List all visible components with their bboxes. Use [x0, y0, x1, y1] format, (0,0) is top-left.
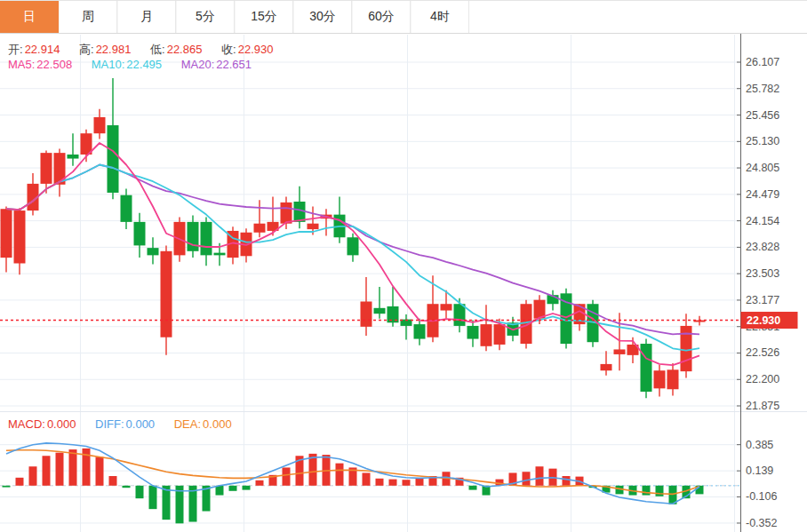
macd-bar — [229, 486, 237, 491]
macd-bar — [363, 472, 371, 485]
candle-body — [121, 195, 132, 222]
candle-body — [601, 364, 612, 370]
ma20-value: 22.651 — [216, 58, 252, 71]
candle-body — [441, 304, 452, 310]
macd-bar — [469, 486, 477, 490]
axis-tick-label: 0.385 — [746, 439, 773, 451]
axis-tick-label: 23.177 — [746, 294, 779, 306]
macd-bar — [283, 467, 291, 485]
axis-tick-label: 21.875 — [746, 400, 779, 412]
open-label: 开: — [8, 43, 23, 56]
price-axis: 26.10725.78225.45625.13024.80524.47924.1… — [737, 34, 779, 532]
axis-tick-label: 23.503 — [746, 267, 779, 280]
macd-bar — [389, 480, 397, 486]
axis-tick-label: 22.526 — [746, 346, 779, 359]
close-value: 22.930 — [238, 43, 274, 56]
candle-body — [148, 248, 159, 255]
macd-bar — [109, 476, 117, 486]
candle-body — [667, 369, 679, 389]
candle-body — [68, 155, 79, 159]
macd-bar — [96, 457, 104, 485]
macd-bar — [16, 478, 24, 486]
macd-bar — [336, 464, 344, 486]
low-value: 22.865 — [167, 43, 203, 56]
axis-tick-label: -0.106 — [746, 490, 777, 503]
current-price-badge: 22.930 — [741, 312, 798, 329]
candle-body — [281, 202, 292, 224]
axis-tick-label: -0.352 — [746, 517, 777, 529]
axis-tick-label: 22.200 — [746, 373, 779, 385]
macd-bar — [123, 486, 131, 488]
close-label: 收: — [221, 43, 236, 56]
candle-body — [161, 251, 172, 337]
candle-body — [374, 308, 386, 314]
kline-chart-canvas[interactable]: 26.10725.78225.45625.13024.80524.47924.1… — [0, 0, 807, 532]
ma-readout: MA5:22.508 MA10:22.495 MA20:22.651 — [8, 58, 253, 71]
macd-bar — [3, 486, 11, 488]
axis-tick-label: 0.139 — [746, 465, 773, 477]
current-price-value: 22.930 — [747, 314, 780, 327]
axis-tick-label: 25.130 — [746, 135, 779, 147]
axis-tick-label: 26.107 — [746, 56, 779, 68]
dea-label: DEA: — [174, 417, 201, 431]
macd-bar — [656, 486, 664, 496]
macd-bar — [29, 466, 37, 486]
trading-chart-app: 日周月5分15分30分60分4时 26.10725.78225.45625.13… — [0, 0, 807, 532]
axis-tick-label: 24.479 — [746, 188, 779, 201]
candle-body — [454, 304, 466, 326]
macd-bar — [43, 456, 51, 486]
axis-tick-label: 23.828 — [746, 241, 779, 253]
macd-readout: MACD:0.000 DIFF:0.000 DEA:0.000 — [8, 417, 234, 431]
ma10-label: MA10: — [92, 58, 125, 71]
macd-bar — [563, 476, 571, 486]
macd-bar — [136, 486, 144, 498]
candle-body — [348, 237, 359, 255]
axis-tick-label: 24.154 — [746, 215, 779, 227]
macd-value: 0.000 — [47, 417, 76, 431]
open-value: 22.914 — [25, 43, 60, 56]
candle-body — [494, 324, 506, 345]
candle-body — [14, 210, 26, 263]
macd-bar — [643, 486, 651, 496]
axis-tick-label: 24.805 — [746, 162, 779, 174]
candle-body — [201, 222, 212, 255]
ma20-label: MA20: — [181, 58, 215, 71]
ohlc-readout: 开:22.914 高:22.981 低:22.865 收:22.930 — [8, 42, 275, 58]
candle-body — [108, 125, 119, 193]
ma5-label: MA5: — [8, 58, 35, 71]
candle-body — [308, 224, 319, 229]
high-value: 22.981 — [96, 43, 132, 56]
macd-bar — [149, 486, 157, 509]
candles-layer — [1, 78, 706, 398]
ma5-value: 22.508 — [36, 58, 72, 71]
macd-bar — [216, 486, 224, 496]
macd-bar — [56, 453, 64, 486]
macd-bar — [69, 449, 77, 486]
candle-body — [467, 326, 479, 339]
axis-tick-label: 25.782 — [746, 83, 779, 95]
candle-body — [41, 153, 52, 184]
candle-body — [254, 224, 266, 233]
macd-bar — [403, 480, 411, 486]
macd-label: MACD: — [8, 417, 45, 431]
diff-value: 0.000 — [126, 417, 156, 431]
candle-body — [188, 222, 199, 251]
macd-bar — [376, 479, 384, 486]
candle-body — [361, 301, 372, 326]
candle-body — [654, 370, 666, 388]
high-label: 高: — [79, 43, 94, 56]
axis-tick-label: 25.456 — [746, 109, 779, 122]
candle-body — [614, 349, 626, 353]
dea-value: 0.000 — [203, 417, 232, 431]
candle-body — [214, 253, 226, 256]
macd-bar — [416, 479, 424, 486]
macd-bar — [243, 486, 251, 490]
candle-body — [94, 117, 106, 133]
ma10-value: 22.495 — [126, 58, 162, 71]
macd-bar — [523, 472, 531, 486]
macd-bar — [536, 466, 544, 486]
candle-body — [481, 324, 492, 346]
candle-body — [414, 324, 426, 338]
low-label: 低: — [150, 43, 165, 56]
diff-label: DIFF: — [95, 417, 124, 431]
